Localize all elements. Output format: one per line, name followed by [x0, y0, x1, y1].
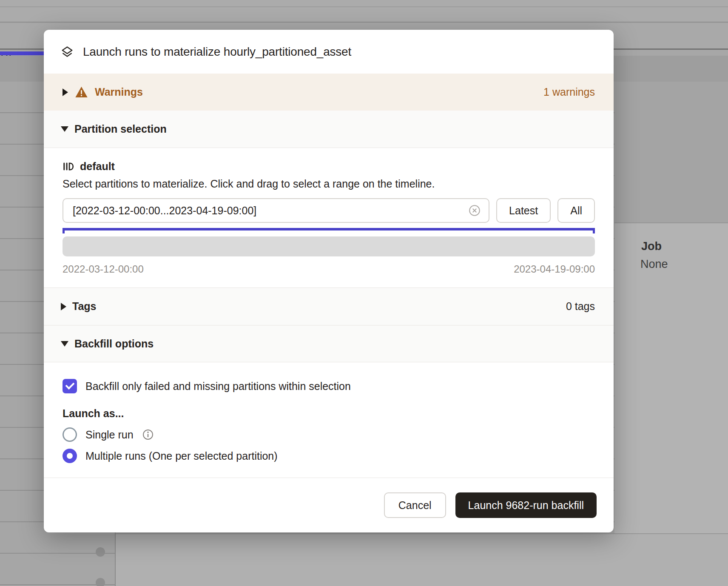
chevron-down-icon — [61, 126, 68, 132]
timeline-date-labels: 2022-03-12-00:00 2023-04-19-09:00 — [63, 263, 595, 275]
backfill-only-failed-checkbox[interactable] — [63, 379, 77, 393]
background-bottom-panel — [116, 533, 728, 586]
warnings-section-toggle[interactable]: Warnings 1 warnings — [44, 74, 614, 111]
timeline-end-label: 2023-04-19-09:00 — [514, 263, 595, 275]
warning-triangle-icon — [75, 85, 88, 99]
info-icon[interactable] — [142, 429, 154, 441]
multiple-runs-option[interactable]: Multiple runs (One per selected partitio… — [63, 448, 595, 464]
chevron-right-icon — [63, 88, 68, 96]
partition-selection-header: Partition selection — [74, 123, 167, 135]
launch-backfill-button[interactable]: Launch 9682-run backfill — [455, 492, 597, 518]
background-divider — [0, 6, 728, 7]
cancel-button[interactable]: Cancel — [384, 492, 446, 518]
background-status-dot — [96, 547, 105, 557]
tags-section-toggle[interactable]: Tags 0 tags — [44, 287, 614, 325]
tags-header: Tags — [72, 300, 97, 313]
multiple-runs-radio[interactable] — [63, 449, 77, 463]
backfill-options-body: Backfill only failed and missing partiti… — [44, 362, 614, 476]
selection-range-bracket — [63, 228, 595, 233]
single-run-option[interactable]: Single run — [63, 427, 595, 442]
asset-layers-icon — [61, 46, 74, 58]
background-job-column-header: Job — [641, 240, 662, 253]
single-run-label: Single run — [85, 429, 134, 441]
all-button[interactable]: All — [557, 198, 595, 223]
partition-dimension-row: default — [63, 159, 595, 174]
backfill-options-header: Backfill options — [74, 338, 154, 350]
background-right-panel: Job None — [614, 222, 728, 536]
chevron-down-icon — [61, 341, 68, 347]
chevron-right-icon — [61, 303, 66, 310]
warnings-count: 1 warnings — [543, 86, 595, 98]
backfill-only-failed-row[interactable]: Backfill only failed and missing partiti… — [63, 378, 595, 394]
launch-as-label: Launch as... — [63, 407, 595, 420]
background-status-dot — [96, 578, 105, 586]
partition-range-row: [2022-03-12-00:00...2023-04-19-09:00] La… — [63, 198, 595, 223]
backfill-options-toggle[interactable]: Backfill options — [44, 325, 614, 362]
background-toolbar — [0, 0, 728, 23]
latest-button[interactable]: Latest — [496, 198, 551, 223]
multiple-runs-label: Multiple runs (One per selected partitio… — [85, 450, 278, 462]
dialog-header: Launch runs to materialize hourly_partit… — [44, 30, 614, 74]
single-run-radio[interactable] — [63, 427, 77, 442]
dialog-title: Launch runs to materialize hourly_partit… — [83, 45, 351, 59]
launch-backfill-dialog: Launch runs to materialize hourly_partit… — [44, 30, 614, 532]
background-job-column-value: None — [640, 258, 668, 271]
partition-dimension-name: default — [80, 160, 115, 173]
partition-icon — [63, 161, 74, 172]
screen: 0] Job None Launch runs to materialize h… — [0, 0, 728, 586]
warnings-label: Warnings — [95, 86, 143, 98]
partition-range-value: [2022-03-12-00:00...2023-04-19-09:00] — [73, 205, 256, 217]
timeline-start-label: 2022-03-12-00:00 — [63, 263, 144, 275]
partition-range-input[interactable]: [2022-03-12-00:00...2023-04-19-09:00] — [63, 198, 489, 223]
partition-timeline[interactable] — [63, 236, 595, 256]
backfill-only-failed-label: Backfill only failed and missing partiti… — [85, 380, 351, 393]
partition-picker: default Select partitions to materialize… — [44, 148, 614, 287]
dialog-footer: Cancel Launch 9682-run backfill — [44, 478, 614, 532]
clear-input-icon[interactable] — [468, 204, 481, 217]
partition-instructions: Select partitions to materialize. Click … — [63, 178, 595, 191]
partition-selection-toggle[interactable]: Partition selection — [44, 111, 614, 148]
background-right-panel-top — [614, 82, 728, 222]
tags-count: 0 tags — [566, 300, 595, 313]
